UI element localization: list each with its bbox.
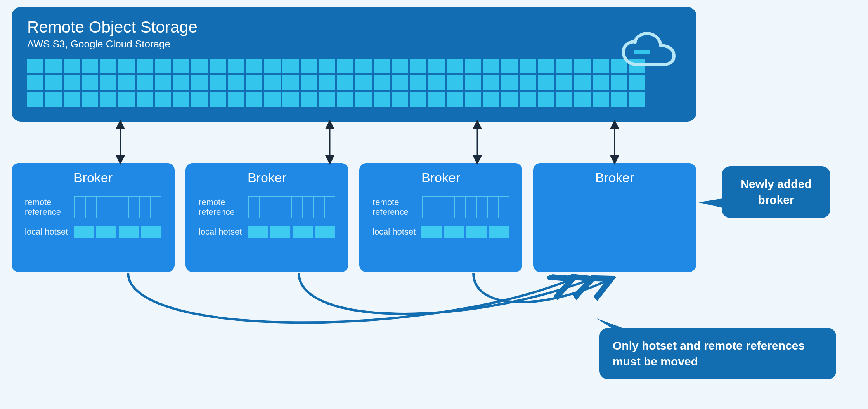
ref-cell (248, 196, 259, 207)
storage-block-row (27, 59, 681, 73)
storage-block (629, 92, 645, 107)
ref-cell (140, 196, 151, 207)
broker-panel: Broker remote reference local hotset (12, 163, 175, 272)
storage-block (556, 75, 572, 90)
storage-block (355, 75, 372, 90)
ref-cell (455, 196, 466, 207)
broker-title: Broker (185, 170, 348, 185)
storage-block (27, 92, 43, 107)
ref-cell (151, 207, 161, 218)
ref-row (248, 196, 335, 207)
ref-cell (74, 196, 85, 207)
ref-cell (422, 207, 433, 218)
ref-cell (303, 196, 314, 207)
storage-block (27, 75, 43, 90)
local-hotset-row: local hotset (359, 226, 522, 238)
storage-block (337, 92, 353, 107)
hot-cell (466, 226, 487, 238)
hot-cell (315, 226, 335, 238)
hot-cell (444, 226, 464, 238)
storage-block (483, 59, 499, 73)
storage-block (428, 75, 445, 90)
storage-block (100, 92, 116, 107)
storage-block (118, 75, 135, 90)
storage-block (264, 75, 281, 90)
local-hotset-cells (248, 226, 335, 238)
storage-block (410, 92, 426, 107)
ref-cell (118, 196, 129, 207)
storage-block (337, 59, 353, 73)
storage-block (556, 92, 572, 107)
ref-cell (281, 207, 292, 218)
storage-block (392, 75, 408, 90)
storage-block (301, 59, 317, 73)
storage-block (173, 92, 189, 107)
ref-cell (270, 196, 281, 207)
storage-block (210, 59, 226, 73)
storage-block (246, 59, 262, 73)
remote-reference-label: remote reference (199, 197, 244, 217)
hot-cell (74, 226, 94, 238)
ref-cell (248, 207, 259, 218)
ref-cell (444, 196, 455, 207)
ref-cell (476, 207, 487, 218)
storage-block (483, 92, 499, 107)
cloud-icon (619, 30, 677, 73)
broker-panel-new: Broker (533, 163, 696, 272)
callout-pointer-icon (698, 198, 722, 208)
svg-rect-0 (634, 50, 650, 54)
storage-block (173, 75, 189, 90)
hot-cell (96, 226, 116, 238)
storage-block (282, 59, 299, 73)
broker-title: Broker (533, 170, 696, 185)
storage-block (410, 75, 426, 90)
ref-cell (96, 207, 107, 218)
storage-block (64, 59, 80, 73)
storage-block (155, 59, 171, 73)
storage-block (228, 92, 244, 107)
ref-cell (476, 196, 487, 207)
storage-block (228, 75, 244, 90)
ref-cell (444, 207, 455, 218)
storage-block (355, 59, 372, 73)
remote-reference-grid (422, 196, 509, 218)
storage-block (246, 75, 262, 90)
ref-cell (433, 207, 444, 218)
local-hotset-row: local hotset (185, 226, 348, 238)
storage-block (374, 92, 390, 107)
ref-cell (422, 196, 433, 207)
ref-cell (118, 207, 129, 218)
hot-cell (141, 226, 161, 238)
local-hotset-label: local hotset (25, 227, 70, 237)
ref-row (248, 207, 335, 218)
storage-block (447, 59, 463, 73)
storage-block (501, 59, 518, 73)
hot-cell (421, 226, 442, 238)
storage-block (45, 59, 62, 73)
ref-cell (281, 196, 292, 207)
callout-moved: Only hotset and remote references must b… (599, 328, 836, 379)
remote-reference-grid (74, 196, 161, 218)
hot-cell (248, 226, 268, 238)
ref-cell (314, 196, 324, 207)
broker-title: Broker (359, 170, 522, 185)
ref-cell (129, 207, 140, 218)
storage-block (228, 59, 244, 73)
broker-panel: Broker remote reference local hotset (359, 163, 522, 272)
ref-cell (466, 196, 476, 207)
storage-block (538, 75, 554, 90)
storage-block (611, 75, 627, 90)
storage-block (483, 75, 499, 90)
storage-block (611, 92, 627, 107)
storage-block (210, 92, 226, 107)
storage-block (210, 75, 226, 90)
storage-block (465, 75, 481, 90)
storage-block (337, 75, 353, 90)
storage-block (374, 59, 390, 73)
storage-block (520, 92, 536, 107)
storage-block (264, 59, 281, 73)
ref-cell (107, 207, 118, 218)
storage-block (447, 92, 463, 107)
storage-block (246, 92, 262, 107)
storage-block (501, 92, 518, 107)
